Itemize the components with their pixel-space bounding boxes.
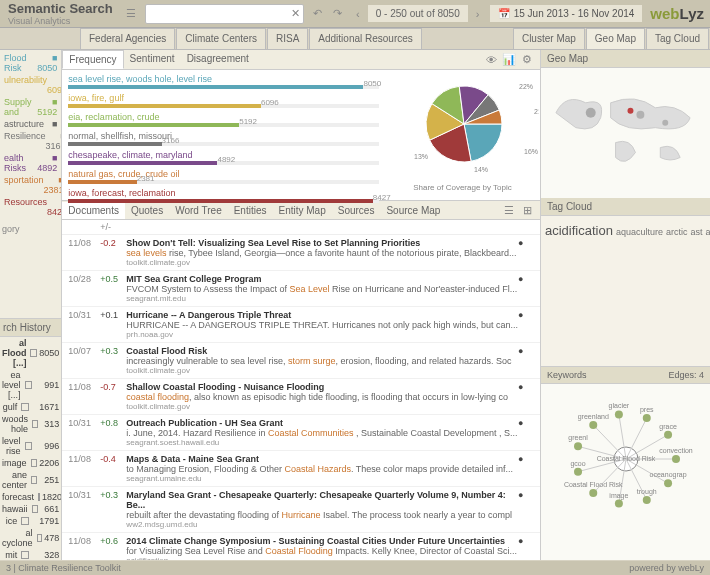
redo-icon[interactable]: ↷ (331, 7, 345, 21)
filter-icon[interactable]: ☰ (124, 7, 138, 21)
topic-row[interactable]: ulnerability■ 6096 (2, 74, 59, 96)
viz-tab[interactable]: Cluster Map (513, 28, 585, 49)
topic-row[interactable]: Supply and■ 5192 (2, 96, 59, 118)
svg-point-26 (574, 468, 582, 476)
source-tab[interactable]: Federal Agencies (80, 28, 175, 49)
undo-icon[interactable]: ↶ (311, 7, 325, 21)
date-range-button[interactable]: 📅 15 Jun 2013 - 16 Nov 2014 (490, 5, 643, 22)
list-icon[interactable]: ☰ (502, 203, 516, 217)
top-bar: Semantic Search Visual Analytics ☰ ✕ ↶ ↷… (0, 0, 710, 28)
history-row[interactable]: al Flood [...]8050 (0, 337, 61, 369)
keywords-graph[interactable]: convectionoceanograptroughimageCoastal F… (541, 384, 710, 560)
svg-point-20 (615, 500, 623, 508)
bar-chart-icon[interactable]: 📊 (502, 53, 516, 67)
svg-text:13%: 13% (414, 153, 428, 160)
pie-caption: Share of Coverage by Topic (389, 183, 536, 192)
doc-tab[interactable]: Source Map (380, 202, 446, 219)
doc-tab[interactable]: Entities (228, 202, 273, 219)
source-tab[interactable]: Climate Centers (176, 28, 266, 49)
history-row[interactable]: hawaii661 (0, 503, 61, 515)
col-date (68, 222, 100, 232)
svg-text:gcoo: gcoo (570, 460, 585, 468)
history-row[interactable]: ane center251 (0, 469, 61, 491)
svg-text:21%: 21% (534, 108, 539, 115)
right-sidebar: Geo Map Tag Cloud acidificationaquacultu… (540, 50, 710, 560)
history-row[interactable]: ice1791 (0, 515, 61, 527)
history-row[interactable]: ea level [...]991 (0, 369, 61, 401)
tag-cloud-header: Tag Cloud (541, 198, 710, 216)
document-row[interactable]: 11/08-0.7Shallow Coastal Flooding - Nuis… (62, 379, 540, 415)
clear-icon[interactable]: ✕ (289, 7, 303, 21)
tag[interactable]: aquaculture (616, 227, 663, 237)
topic-row[interactable]: ealth Risks■ 4892 (2, 152, 59, 174)
main: Flood Risk■ 8050ulnerability■ 6096Supply… (0, 50, 710, 560)
document-row[interactable]: 11/08-0.4Maps & Data - Maine Sea Grantto… (62, 451, 540, 487)
doc-tab[interactable]: Sources (332, 202, 381, 219)
doc-tab[interactable]: Word Tree (169, 202, 228, 219)
history-row[interactable]: al cyclone478 (0, 527, 61, 549)
freq-bar[interactable]: eia, reclamation, crude5192 (68, 112, 379, 127)
next-page-icon[interactable]: › (471, 7, 485, 21)
freq-tab[interactable]: Disagreement (181, 50, 255, 69)
history-row[interactable]: forecast1820 (0, 491, 61, 503)
brand-sub: Visual Analytics (8, 16, 113, 26)
source-tabs-row: Federal AgenciesClimate CentersRISAAddit… (0, 28, 710, 50)
topic-row[interactable]: Resilience■ 3166 (2, 130, 59, 152)
search-history-header: rch History (0, 318, 61, 337)
viz-tab[interactable]: Tag Cloud (646, 28, 709, 49)
freq-bar[interactable]: natural gas, crude, crude oil2381 (68, 169, 379, 184)
document-row[interactable]: 11/08-0.2Show Don't Tell: Visualizing Se… (62, 235, 540, 271)
doc-tab[interactable]: Quotes (125, 202, 169, 219)
search-input[interactable] (146, 8, 289, 19)
logo-b: Lyz (680, 5, 704, 22)
source-tab[interactable]: RISA (267, 28, 308, 49)
footer: 3 | Climate Resilience Toolkit powered b… (0, 561, 710, 575)
svg-point-14 (664, 479, 672, 487)
freq-bar[interactable]: iowa, forecast, reclamation8427 (68, 188, 379, 203)
svg-point-35 (615, 410, 623, 418)
document-tabs: DocumentsQuotesWord TreeEntitiesEntity M… (62, 200, 540, 220)
viz-tab[interactable]: Geo Map (586, 28, 645, 49)
settings-icon[interactable]: ⚙ (520, 53, 534, 67)
frequency-body: sea level rise, woods hole, level rise80… (62, 70, 540, 200)
freq-bar[interactable]: iowa, fire, gulf6096 (68, 93, 379, 108)
history-row[interactable]: image2206 (0, 457, 61, 469)
grid-icon[interactable]: ⊞ (520, 203, 534, 217)
topic-row[interactable]: astructure■ (2, 118, 59, 130)
freq-tab[interactable]: Sentiment (124, 50, 181, 69)
history-row[interactable]: gulf1671 (0, 401, 61, 413)
topic-row[interactable]: Flood Risk■ 8050 (2, 52, 59, 74)
document-row[interactable]: 11/08+0.62014 Climate Change Symposium -… (62, 533, 540, 560)
document-row[interactable]: 10/31+0.1Hurricane -- A Dangerous Triple… (62, 307, 540, 343)
source-tab[interactable]: Additional Resources (309, 28, 422, 49)
tag[interactable]: ast (691, 227, 703, 237)
document-row[interactable]: 10/31+0.3Maryland Sea Grant - Chesapeake… (62, 487, 540, 533)
document-row[interactable]: 10/07+0.3Coastal Flood Riskincreasingly … (62, 343, 540, 379)
svg-text:image: image (609, 492, 628, 500)
keywords-header: Keywords Edges: 4 (541, 366, 710, 384)
eye-icon[interactable]: 👁 (484, 53, 498, 67)
prev-page-icon[interactable]: ‹ (351, 7, 365, 21)
geo-map[interactable] (541, 68, 710, 198)
svg-text:pres: pres (640, 406, 654, 414)
topic-row[interactable]: Resources■ 8427 (2, 196, 59, 218)
tag[interactable]: arctic (666, 227, 688, 237)
freq-bar[interactable]: chesapeake, climate, maryland4892 (68, 150, 379, 165)
doc-tab[interactable]: Documents (62, 202, 125, 219)
tag[interactable]: acidification (545, 223, 613, 238)
history-row[interactable]: mit328 (0, 549, 61, 560)
svg-point-17 (643, 496, 651, 504)
doc-tab[interactable]: Entity Map (272, 202, 331, 219)
svg-text:glacier: glacier (609, 402, 630, 410)
freq-bar[interactable]: sea level rise, woods hole, level rise80… (68, 74, 379, 89)
history-row[interactable]: level rise996 (0, 435, 61, 457)
freq-tab[interactable]: Frequency (62, 50, 123, 69)
history-row[interactable]: woods hole313 (0, 413, 61, 435)
freq-bar[interactable]: normal, shellfish, missouri3166 (68, 131, 379, 146)
svg-text:14%: 14% (474, 166, 488, 173)
document-row[interactable]: 10/31+0.8Outreach Publication - UH Sea G… (62, 415, 540, 451)
document-row[interactable]: 10/28+0.5MIT Sea Grant College ProgramFV… (62, 271, 540, 307)
tag[interactable]: average (706, 227, 710, 237)
topic-row[interactable]: sportation■ 2381 (2, 174, 59, 196)
geo-map-header: Geo Map (541, 50, 710, 68)
